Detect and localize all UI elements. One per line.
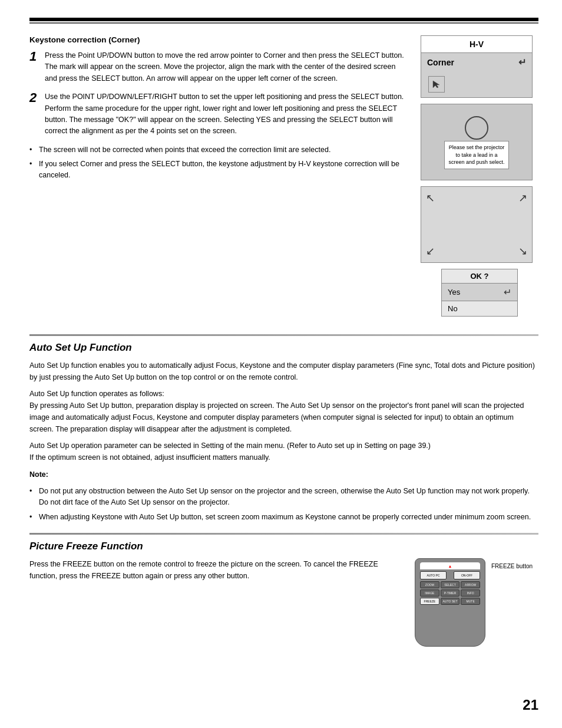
- note-bullet-dot-2: •: [29, 512, 37, 523]
- no-row: No: [442, 301, 517, 316]
- auto-setup-para-3: Auto Set Up operation parameter can be s…: [29, 440, 538, 463]
- keystone-heading: Keystone correction (Corner): [29, 35, 409, 44]
- note-bullet-2-text: When adjusting Keystone with Auto Set Up…: [39, 512, 531, 523]
- step-2: 2 Use the POINT UP/DOWN/LEFT/RIGHT butto…: [29, 91, 409, 137]
- note-heading: Note:: [29, 470, 538, 479]
- enter-arrow-icon: ↵: [518, 57, 526, 68]
- auto-setup-para-1: Auto Set Up function enables you to auto…: [29, 360, 538, 383]
- keystone-bullets: • The screen will not be corrected when …: [29, 144, 409, 181]
- auto-set-btn: AUTO SET: [441, 598, 460, 605]
- ok-header: OK ?: [442, 269, 517, 284]
- select-btn: SELECT: [441, 581, 460, 588]
- projector-text: Please set the projector to take a lead …: [444, 141, 509, 169]
- note-bullet-dot-1: •: [29, 486, 37, 508]
- freeze-text: Press the FREEZE button on the remote co…: [29, 558, 403, 647]
- auto-setup-title: Auto Set Up Function: [29, 342, 538, 354]
- remote-mid-buttons: ZOOM SELECT ARROW IMAGE P-TIMER INFO: [420, 581, 480, 597]
- cursor-icon: [428, 76, 445, 93]
- warning-icon: ▲: [448, 564, 452, 568]
- remote-control-image: ▲ AUTO PC ON-OFF ZOOM SELECT ARROW IMAGE…: [415, 558, 485, 647]
- no-label: No: [448, 304, 458, 313]
- auto-pc-btn: AUTO PC: [420, 571, 447, 579]
- on-off-btn: ON-OFF: [454, 571, 480, 579]
- bullet-2: • If you select Corner and press the SEL…: [29, 159, 409, 181]
- freeze-button-label: FREEZE button: [491, 563, 533, 569]
- corner-label: Corner: [427, 58, 454, 67]
- freeze-section: Press the FREEZE button on the remote co…: [29, 558, 538, 647]
- corner-bl-icon: ↙: [426, 245, 435, 258]
- top-border-thick: [29, 18, 538, 21]
- hv-label: H-V: [421, 36, 532, 53]
- p-timer-btn: P-TIMER: [441, 589, 460, 597]
- image-btn: IMAGE: [420, 589, 439, 597]
- corner-br-icon: ↘: [518, 245, 527, 258]
- freeze-btn: FREEZE: [420, 598, 439, 605]
- hv-icon-row: [421, 71, 532, 97]
- remote-top-buttons: AUTO PC ON-OFF: [420, 571, 480, 579]
- mute-btn: MUTE: [461, 598, 480, 605]
- freeze-divider: [29, 533, 538, 535]
- top-border-thin: [29, 22, 538, 24]
- step-1-text: Press the Point UP/DOWN button to move t…: [45, 50, 409, 84]
- page-number: 21: [523, 697, 538, 713]
- yes-label: Yes: [448, 288, 460, 297]
- corner-tr-icon: ↗: [518, 192, 527, 205]
- keystone-section: Keystone correction (Corner) 1 Press the…: [29, 35, 538, 317]
- diagram-projector: Please set the projector to take a lead …: [421, 104, 533, 180]
- auto-setup-notes: • Do not put any obstruction between the…: [29, 486, 538, 522]
- remote-top-bar: ▲: [420, 562, 480, 569]
- yes-row: Yes ↵: [442, 284, 517, 301]
- step-2-number: 2: [29, 91, 40, 104]
- arrow-btn: ARROW: [461, 581, 480, 588]
- corner-tl-icon: ↖: [426, 192, 435, 205]
- diagram-corners: ↖ ↗ ↙ ↘: [421, 186, 533, 263]
- zoom-btn: ZOOM: [420, 581, 439, 588]
- keystone-right: H-V Corner ↵ Please set the projector to…: [421, 35, 538, 317]
- auto-setup-divider: [29, 334, 538, 336]
- freeze-right: ▲ AUTO PC ON-OFF ZOOM SELECT ARROW IMAGE…: [415, 558, 538, 647]
- freeze-title: Picture Freeze Function: [29, 541, 538, 552]
- bullet-1: • The screen will not be corrected when …: [29, 144, 409, 156]
- note-bullet-2: • When adjusting Keystone with Auto Set …: [29, 512, 538, 523]
- diagram-hv: H-V Corner ↵: [421, 35, 533, 98]
- auto-setup-para-2: Auto Set Up function operates as follows…: [29, 388, 538, 435]
- bullet-dot-2: •: [29, 159, 37, 181]
- remote-bottom-buttons: FREEZE AUTO SET MUTE: [420, 598, 480, 605]
- bullet-dot-1: •: [29, 144, 37, 156]
- keystone-left: Keystone correction (Corner) 1 Press the…: [29, 35, 409, 317]
- step-2-text: Use the POINT UP/DOWN/LEFT/RIGHT button …: [45, 91, 409, 137]
- bullet-2-text: If you select Corner and press the SELEC…: [39, 159, 409, 181]
- svg-marker-0: [433, 81, 439, 88]
- yes-enter-icon: ↵: [504, 286, 511, 298]
- note-bullet-1-text: Do not put any obstruction between the A…: [39, 486, 538, 508]
- info-btn: INFO: [461, 589, 480, 597]
- note-bullet-1: • Do not put any obstruction between the…: [29, 486, 538, 508]
- page: Keystone correction (Corner) 1 Press the…: [0, 0, 562, 728]
- projector-circle: [465, 116, 488, 140]
- diagram-ok: OK ? Yes ↵ No: [441, 269, 518, 317]
- step-1: 1 Press the Point UP/DOWN button to move…: [29, 50, 409, 84]
- step-1-number: 1: [29, 50, 40, 63]
- bullet-1-text: The screen will not be corrected when po…: [39, 144, 330, 156]
- corner-row: Corner ↵: [421, 53, 532, 71]
